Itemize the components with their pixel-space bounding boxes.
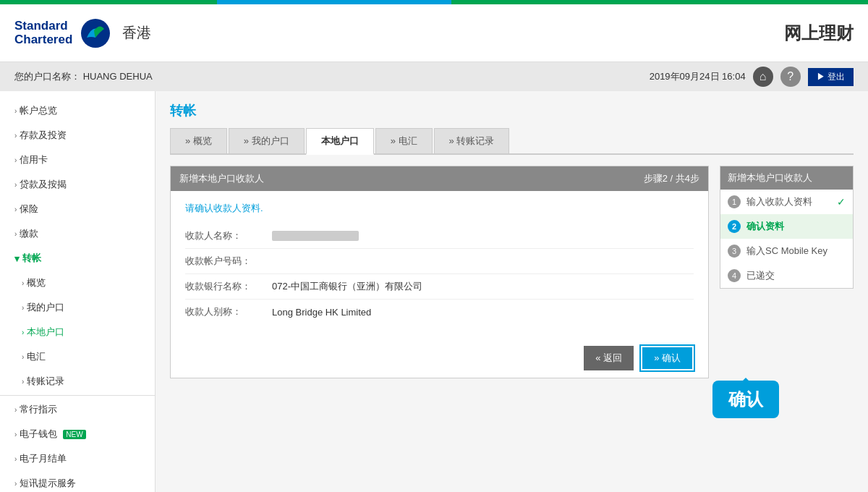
arrow-icon: ›: [14, 132, 17, 140]
tab-wire[interactable]: » 电汇: [375, 128, 433, 153]
main-layout: › 帐户总览 › 存款及投资 › 信用卡 › 贷款及按揭 › 保险 › 缴款 ▾…: [0, 91, 868, 492]
logout-button[interactable]: ▶ 登出: [808, 68, 854, 86]
form-and-steps: 新增本地户口收款人 步骤2 / 共4步 请确认收款人资料. 收款人名称： 收款帐…: [170, 166, 854, 378]
tooltip-arrow: [740, 372, 752, 383]
top-bar-green2: [451, 0, 868, 4]
step-2: 2 确认资料: [720, 214, 853, 239]
sidebar-item-insurance[interactable]: › 保险: [0, 197, 155, 221]
arrow-icon: ›: [14, 156, 17, 164]
sidebar-item-loans[interactable]: › 贷款及按揭: [0, 172, 155, 197]
arrow-icon: ›: [14, 107, 17, 115]
field-label-name: 收款人名称：: [185, 229, 272, 242]
header: Standard Chartered 香港 网上理财: [0, 4, 868, 62]
sidebar-item-transfer-local[interactable]: › 本地户口: [0, 320, 155, 344]
step-label-4: 已递交: [746, 269, 775, 282]
sidebar-item-transfer-wire[interactable]: › 电汇: [0, 344, 155, 369]
sidebar-item-credit-card[interactable]: › 信用卡: [0, 148, 155, 172]
arrow-icon: ›: [14, 181, 17, 189]
step-label-2: 确认资料: [746, 220, 784, 233]
step-num-2: 2: [728, 220, 741, 233]
field-value-alias: Long Bridge HK Limited: [272, 307, 371, 318]
sidebar-item-routine[interactable]: › 常行指示: [0, 397, 155, 422]
info-bar: 您的户口名称： HUANG DEHUA 2019年09月24日 16:04 ⌂ …: [0, 62, 868, 91]
step-4: 4 已递交: [720, 263, 853, 288]
arrow-icon: ›: [22, 279, 24, 287]
steps-panel: 新增本地户口收款人 1 输入收款人资料 ✓ 2 确认资料 3 输入SC Mobi…: [720, 166, 854, 289]
back-button[interactable]: « 返回: [584, 346, 634, 370]
sc-bird-icon: [80, 17, 111, 49]
sidebar-item-estatement[interactable]: › 电子月结单: [0, 446, 155, 471]
top-bar-blue: [217, 0, 451, 4]
sidebar-item-transfer-myaccount[interactable]: › 我的户口: [0, 295, 155, 320]
form-row-account: 收款帐户号码：: [185, 249, 694, 274]
field-label-bank: 收款银行名称：: [185, 280, 272, 293]
sidebar-item-transfer-overview[interactable]: › 概览: [0, 271, 155, 295]
logo-line1: Standard: [14, 20, 72, 33]
arrow-down-icon: ▾: [14, 253, 20, 264]
field-value-name: [272, 231, 359, 241]
top-bar-green1: [0, 0, 217, 4]
logo-line2: Chartered: [14, 33, 72, 47]
step-label-3: 输入SC Mobile Key: [746, 245, 827, 258]
arrow-icon: ›: [22, 304, 24, 312]
sidebar-divider: [0, 395, 155, 396]
tab-overview[interactable]: » 概览: [170, 128, 227, 153]
page-title: 转帐: [170, 102, 854, 119]
logo-area: Standard Chartered 香港: [14, 17, 151, 49]
step-label-1: 输入收款人资料: [746, 195, 812, 208]
form-actions: « 返回 » 确认: [171, 335, 708, 378]
content-area: 转帐 » 概览 » 我的户口 本地户口 » 电汇 » 转账记录 新增本地户口收款…: [156, 91, 868, 492]
confirm-prompt: 请确认收款人资料.: [185, 202, 694, 215]
form-row-name: 收款人名称：: [185, 224, 694, 249]
field-value-bank: 072-中国工商银行（亚洲）有限公司: [272, 280, 422, 293]
logo-icon: Standard Chartered: [14, 20, 72, 46]
tab-local[interactable]: 本地户口: [306, 128, 374, 155]
arrow-icon: ›: [22, 353, 24, 361]
form-row-alias: 收款人别称： Long Bridge HK Limited: [185, 300, 694, 324]
sidebar-item-payments[interactable]: › 缴款: [0, 221, 155, 246]
form-card: 新增本地户口收款人 步骤2 / 共4步 请确认收款人资料. 收款人名称： 收款帐…: [170, 166, 709, 378]
step-num-3: 3: [728, 245, 741, 258]
arrow-icon: ›: [14, 480, 17, 488]
sidebar-item-transfer[interactable]: ▾ 转帐: [0, 246, 155, 271]
sidebar-item-ewallet[interactable]: › 电子钱包 NEW: [0, 422, 155, 446]
arrow-icon: ›: [14, 406, 17, 414]
arrow-icon: ›: [14, 430, 17, 438]
step-num-1: 1: [728, 195, 741, 208]
steps-panel-wrapper: 新增本地户口收款人 1 输入收款人资料 ✓ 2 确认资料 3 输入SC Mobi…: [720, 166, 854, 378]
step-1: 1 输入收款人资料 ✓: [720, 190, 853, 214]
tooltip-label: 确认: [728, 389, 763, 409]
arrow-icon: ›: [22, 378, 24, 386]
confirm-button[interactable]: » 确认: [641, 346, 694, 370]
sidebar-item-account-overview[interactable]: › 帐户总览: [0, 98, 155, 123]
form-card-title: 新增本地户口收款人: [179, 172, 264, 185]
account-name: HUANG DEHUA: [83, 71, 153, 82]
sidebar-item-transfer-history[interactable]: › 转账记录: [0, 369, 155, 394]
info-bar-right: 2019年09月24日 16:04 ⌂ ? ▶ 登出: [650, 67, 854, 87]
hong-kong-label: 香港: [122, 23, 151, 43]
arrow-icon: ›: [22, 328, 24, 336]
sidebar-item-sms[interactable]: › 短讯提示服务: [0, 471, 155, 492]
form-card-body: 请确认收款人资料. 收款人名称： 收款帐户号码： 收款银行名称： 072-中国工…: [171, 191, 708, 335]
form-card-header: 新增本地户口收款人 步骤2 / 共4步: [171, 166, 708, 191]
tab-myaccount[interactable]: » 我的户口: [229, 128, 305, 153]
sidebar: › 帐户总览 › 存款及投资 › 信用卡 › 贷款及按揭 › 保险 › 缴款 ▾…: [0, 91, 156, 492]
step-3: 3 输入SC Mobile Key: [720, 239, 853, 263]
arrow-icon: ›: [14, 455, 17, 463]
field-label-account: 收款帐户号码：: [185, 255, 272, 268]
arrow-icon: ›: [14, 230, 17, 238]
help-button[interactable]: ?: [780, 67, 801, 87]
tab-history[interactable]: » 转账记录: [434, 128, 510, 153]
new-badge: NEW: [63, 430, 85, 439]
sidebar-item-deposits[interactable]: › 存款及投资: [0, 123, 155, 148]
form-row-bank: 收款银行名称： 072-中国工商银行（亚洲）有限公司: [185, 274, 694, 300]
account-label: 您的户口名称：: [14, 71, 80, 82]
arrow-icon: ›: [14, 205, 17, 213]
datetime: 2019年09月24日 16:04: [650, 70, 746, 83]
steps-panel-title: 新增本地户口收款人: [720, 166, 853, 190]
step-num-4: 4: [728, 269, 741, 282]
home-button[interactable]: ⌂: [753, 67, 773, 87]
confirm-tooltip: 确认: [712, 381, 779, 418]
step-info: 步骤2 / 共4步: [644, 172, 699, 185]
step-check-1: ✓: [837, 196, 846, 208]
